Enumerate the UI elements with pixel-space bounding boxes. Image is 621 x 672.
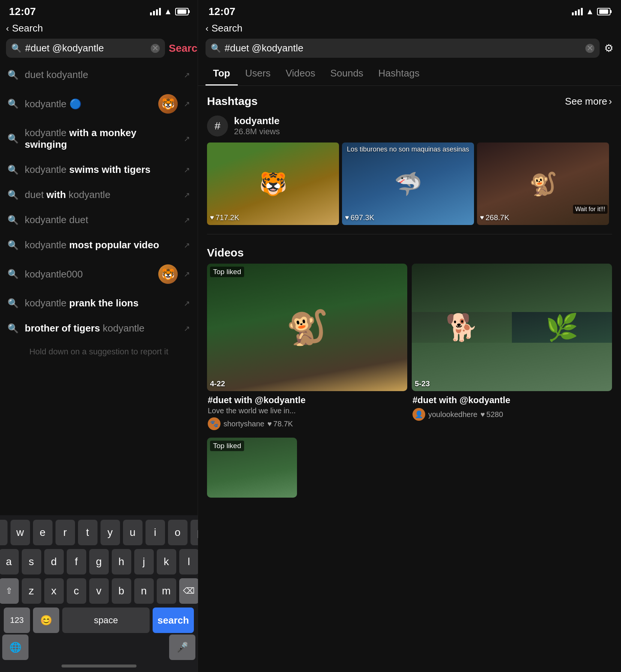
tab-users[interactable]: Users (238, 63, 278, 86)
suggestion-text: kodyantle swims with tigers (25, 164, 178, 176)
left-search-box: 🔍 ✕ (6, 39, 165, 58)
key-j[interactable]: j (134, 549, 154, 574)
thumbnail-2[interactable]: 🦈 Los tiburones no son maquinas asesinas… (342, 142, 474, 225)
key-w[interactable]: w (10, 520, 30, 545)
suggestion-item[interactable]: 🔍 kodyantle prank the lions ↗ (0, 291, 198, 316)
key-numbers[interactable]: 123 (4, 608, 30, 633)
suggestion-text: kodyantle duet (25, 214, 178, 226)
suggestion-text: brother of tigers kodyantle (25, 322, 178, 334)
suggestion-item[interactable]: 🔍 duet kodyantle ↗ (0, 62, 198, 87)
thumbnail-3[interactable]: 🐒 Wait for it!!! ♥ 268.7K (477, 142, 609, 225)
suggestion-item[interactable]: 🔍 kodyantle duet ↗ (0, 207, 198, 232)
key-u[interactable]: u (123, 520, 142, 545)
key-backspace[interactable]: ⌫ (179, 578, 199, 604)
top-liked-badge-1: Top liked (210, 267, 244, 277)
suggestion-arrow-icon: ↗ (184, 190, 190, 200)
clear-search-button[interactable]: ✕ (151, 44, 160, 53)
suggestion-arrow-icon: ↗ (184, 270, 190, 279)
hashtags-title: Hashtags (207, 95, 258, 108)
suggestion-item[interactable]: 🔍 kodyantle000 🐯 ↗ (0, 258, 198, 291)
right-time: 12:07 (208, 6, 236, 18)
thumb-likes-3: ♥ 268.7K (480, 213, 509, 222)
key-h[interactable]: h (112, 549, 131, 574)
key-globe[interactable]: 🌐 (2, 634, 28, 660)
key-emoji[interactable]: 😊 (33, 608, 59, 633)
key-shift[interactable]: ⇧ (0, 578, 19, 604)
tab-videos[interactable]: Videos (278, 63, 323, 86)
key-g[interactable]: g (89, 549, 109, 574)
signal-bars (150, 8, 161, 15)
key-search[interactable]: search (153, 608, 194, 633)
suggestion-item[interactable]: 🔍 kodyantle 🔵 🐯 ↗ (0, 87, 198, 120)
key-mic[interactable]: 🎤 (169, 634, 195, 660)
key-x[interactable]: x (44, 578, 64, 604)
video-likes-1: ♥ 78.7K (267, 420, 293, 428)
suggestion-item[interactable]: 🔍 kodyantle swims with tigers ↗ (0, 157, 198, 182)
scroll-content: Hashtags See more › # kodyantle 26.8M vi… (198, 86, 621, 672)
key-s[interactable]: s (22, 549, 41, 574)
key-space[interactable]: space (62, 608, 150, 633)
thumbnails-row: 🐯 ♥ 717.2K 🦈 Los tiburones no son maquin… (198, 142, 621, 231)
suggestion-item[interactable]: 🔍 kodyantle with a monkey swinging ↗ (0, 120, 198, 157)
right-search-icon: 🔍 (211, 44, 221, 53)
video-card-1[interactable]: 🐒 Top liked 4-22 #duet with @kodyantle L… (207, 264, 407, 432)
tab-hashtags[interactable]: Hashtags (371, 63, 427, 86)
key-e[interactable]: e (33, 520, 52, 545)
bottom-video-card-1[interactable]: Top liked (207, 438, 297, 498)
left-back-arrow[interactable]: ‹ (6, 23, 9, 34)
suggestion-item[interactable]: 🔍 kodyantle most popular video ↗ (0, 232, 198, 258)
video-meta-2: #duet with @kodyantle 👤 youlookedhere ♥ … (412, 391, 612, 422)
key-l[interactable]: l (179, 549, 199, 574)
suggestion-search-icon: 🔍 (8, 99, 19, 109)
bottom-video-row: Top liked (198, 435, 621, 498)
video-card-2[interactable]: 🐕 🌿 5-23 #duet with @kodyantle 👤 youlook… (412, 264, 612, 432)
key-m[interactable]: m (157, 578, 176, 604)
right-wifi-icon: ▲ (586, 7, 594, 16)
see-more-button[interactable]: See more › (565, 96, 612, 107)
filter-button[interactable]: ⚙ (604, 42, 614, 54)
key-z[interactable]: z (22, 578, 41, 604)
right-back-bar: ‹ Search (198, 21, 621, 37)
signal-bar-4 (581, 8, 583, 15)
suggestion-avatar: 🐯 (158, 264, 178, 284)
tab-top[interactable]: Top (206, 63, 238, 86)
key-y[interactable]: y (100, 520, 120, 545)
key-c[interactable]: c (67, 578, 86, 604)
video-thumb-1: 🐒 Top liked 4-22 (207, 264, 407, 391)
key-o[interactable]: o (168, 520, 188, 545)
key-k[interactable]: k (157, 549, 176, 574)
video-author-row-2: 👤 youlookedhere ♥ 5280 (412, 408, 611, 421)
suggestion-search-icon: 🔍 (8, 190, 19, 200)
hashtags-section-header: Hashtags See more › (198, 86, 621, 112)
key-d[interactable]: d (44, 549, 64, 574)
home-indicator (62, 664, 136, 668)
thumbnail-1[interactable]: 🐯 ♥ 717.2K (207, 142, 339, 225)
suggestion-search-icon: 🔍 (8, 70, 19, 80)
keyboard-row-2: a s d f g h j k l (2, 549, 195, 574)
right-status-icons: ▲ (572, 7, 610, 16)
video-title-2: #duet with @kodyantle (412, 394, 611, 406)
hold-down-hint: Hold down on a suggestion to report it (0, 341, 198, 363)
key-v[interactable]: v (89, 578, 109, 604)
key-i[interactable]: i (146, 520, 165, 545)
key-b[interactable]: b (112, 578, 131, 604)
suggestion-item[interactable]: 🔍 brother of tigers kodyantle ↗ (0, 316, 198, 341)
key-t[interactable]: t (78, 520, 98, 545)
author-name-1: shortyshane (224, 420, 264, 428)
suggestion-arrow-icon: ↗ (184, 241, 190, 250)
suggestion-search-icon: 🔍 (8, 298, 19, 309)
key-f[interactable]: f (67, 549, 86, 574)
key-q[interactable]: q (0, 520, 8, 545)
search-input[interactable] (25, 42, 147, 54)
video-likes-2: ♥ 5280 (480, 410, 503, 419)
suggestion-avatar: 🐯 (158, 94, 178, 114)
hashtag-row[interactable]: # kodyantle 26.8M views (198, 112, 621, 142)
right-clear-button[interactable]: ✕ (585, 44, 594, 53)
key-r[interactable]: r (56, 520, 75, 545)
right-back-arrow[interactable]: ‹ (206, 23, 208, 34)
key-a[interactable]: a (0, 549, 19, 574)
suggestion-search-icon: 🔍 (8, 215, 19, 225)
tab-sounds[interactable]: Sounds (323, 63, 371, 86)
key-n[interactable]: n (134, 578, 154, 604)
suggestion-item[interactable]: 🔍 duet with kodyantle ↗ (0, 182, 198, 207)
